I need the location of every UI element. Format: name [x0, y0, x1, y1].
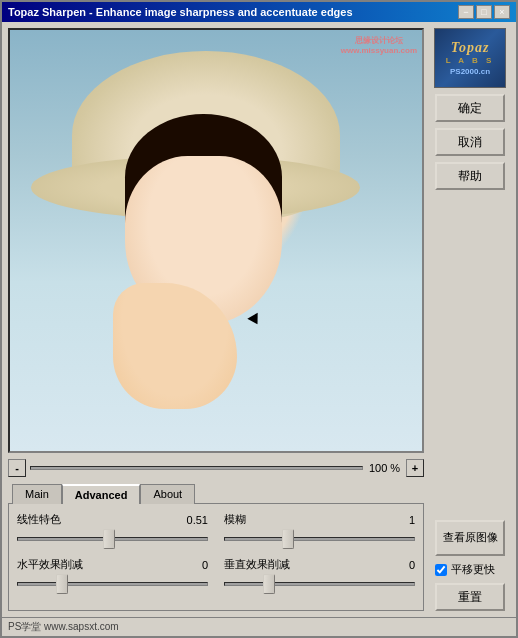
control-row-2: 水平效果削减 0 垂直效果削减	[17, 557, 415, 594]
control-row-1: 线性特色 0.51 模糊	[17, 512, 415, 549]
status-site: PS学堂 www.sapsxt.com	[8, 620, 119, 634]
tab-main[interactable]: Main	[12, 484, 62, 504]
tabs-area: Main Advanced About 线性特色 0.51	[8, 483, 424, 611]
window-title: Topaz Sharpen - Enhance image sharpness …	[8, 6, 353, 18]
blur-value: 1	[409, 514, 415, 526]
blur-slider[interactable]	[224, 529, 415, 549]
horizontal-reduction-thumb[interactable]	[56, 574, 68, 594]
horizontal-reduction-track	[17, 582, 208, 586]
control-vertical-reduction: 垂直效果削减 0	[224, 557, 415, 594]
right-panel: Topaz L A B S PS2000.cn 确定 取消 帮助 查看原图像 平…	[430, 28, 510, 611]
status-bar: PS学堂 www.sapsxt.com	[2, 617, 516, 636]
zoom-in-button[interactable]: +	[406, 459, 424, 477]
horizontal-reduction-value: 0	[202, 559, 208, 571]
vertical-reduction-track	[224, 582, 415, 586]
zoom-bar: - 100 % +	[8, 457, 424, 479]
control-linear-feature: 线性特色 0.51	[17, 512, 208, 549]
linear-feature-thumb[interactable]	[103, 529, 115, 549]
horizontal-reduction-slider[interactable]	[17, 574, 208, 594]
tab-bar: Main Advanced About	[8, 483, 424, 503]
horizontal-reduction-header: 水平效果削减 0	[17, 557, 208, 572]
main-window: Topaz Sharpen - Enhance image sharpness …	[0, 0, 518, 638]
logo-sub-text: PS2000.cn	[450, 67, 490, 76]
tab-content-advanced: 线性特色 0.51 模糊	[8, 503, 424, 611]
faster-pan-checkbox[interactable]	[435, 564, 447, 576]
control-horizontal-reduction: 水平效果削减 0	[17, 557, 208, 594]
blur-track	[224, 537, 415, 541]
zoom-out-button[interactable]: -	[8, 459, 26, 477]
logo-topaz-text: Topaz	[451, 40, 490, 56]
tab-about[interactable]: About	[140, 484, 195, 504]
tab-advanced[interactable]: Advanced	[62, 484, 141, 504]
linear-feature-value: 0.51	[187, 514, 208, 526]
title-bar-buttons: − □ ×	[458, 5, 510, 19]
linear-feature-track	[17, 537, 208, 541]
main-content: 思缘设计论坛www.missyuan.com - 100 % + Main Ad…	[2, 22, 516, 617]
cancel-button[interactable]: 取消	[435, 128, 505, 156]
title-bar: Topaz Sharpen - Enhance image sharpness …	[2, 2, 516, 22]
control-blur: 模糊 1	[224, 512, 415, 549]
logo-labs-text: L A B S	[446, 56, 495, 65]
confirm-button[interactable]: 确定	[435, 94, 505, 122]
blur-thumb[interactable]	[282, 529, 294, 549]
maximize-button[interactable]: □	[476, 5, 492, 19]
vertical-reduction-thumb[interactable]	[263, 574, 275, 594]
watermark-text: 思缘设计论坛www.missyuan.com	[341, 35, 417, 55]
vertical-reduction-header: 垂直效果削减 0	[224, 557, 415, 572]
preview-original-button[interactable]: 查看原图像	[435, 520, 505, 556]
horizontal-reduction-label: 水平效果削减	[17, 557, 83, 572]
zoom-value: 100 %	[367, 462, 402, 474]
minimize-button[interactable]: −	[458, 5, 474, 19]
help-button[interactable]: 帮助	[435, 162, 505, 190]
reset-button[interactable]: 重置	[435, 583, 505, 611]
vertical-reduction-slider[interactable]	[224, 574, 415, 594]
zoom-track[interactable]	[30, 466, 363, 470]
close-button[interactable]: ×	[494, 5, 510, 19]
blur-label: 模糊	[224, 512, 246, 527]
vertical-reduction-value: 0	[409, 559, 415, 571]
image-preview: 思缘设计论坛www.missyuan.com	[8, 28, 424, 453]
linear-feature-slider[interactable]	[17, 529, 208, 549]
vertical-reduction-label: 垂直效果削减	[224, 557, 290, 572]
topaz-logo: Topaz L A B S PS2000.cn	[434, 28, 506, 88]
linear-feature-label: 线性特色	[17, 512, 61, 527]
blur-header: 模糊 1	[224, 512, 415, 527]
faster-pan-row: 平移更快	[435, 562, 505, 577]
faster-pan-label: 平移更快	[451, 562, 495, 577]
linear-feature-header: 线性特色 0.51	[17, 512, 208, 527]
left-panel: 思缘设计论坛www.missyuan.com - 100 % + Main Ad…	[8, 28, 424, 611]
